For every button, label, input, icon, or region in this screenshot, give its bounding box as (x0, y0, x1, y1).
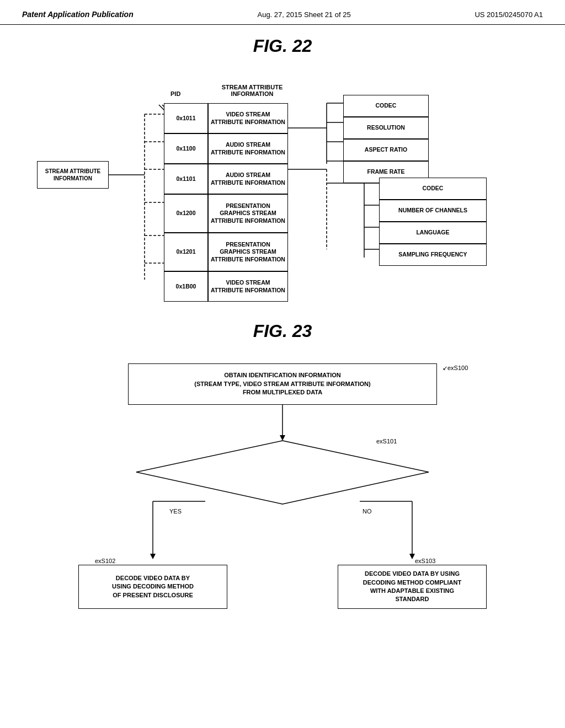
pid-row5: 0x1201 (164, 233, 208, 271)
right-col1-codec: CODEC (343, 95, 429, 117)
pid-row4: 0x1200 (164, 194, 208, 233)
right-col1-resolution: RESOLUTION (343, 117, 429, 139)
page-header: Patent Application Publication Aug. 27, … (0, 0, 565, 25)
right-col2-sampling: SAMPLING FREQUENCY (379, 244, 487, 266)
fig22-title: FIG. 22 (22, 36, 543, 56)
fig23-box-yes: DECODE VIDEO DATA BYUSING DECODING METHO… (78, 565, 227, 609)
info-row6: VIDEO STREAMATTRIBUTE INFORMATION (208, 271, 288, 302)
fig22-diagram: STREAM ATTRIBUTEINFORMATION PID STREAM A… (34, 67, 531, 299)
exs102-label: exS102 (95, 558, 115, 564)
fig23-box-no: DECODE VIDEO DATA BY USINGDECODING METHO… (338, 565, 487, 609)
pid-row3: 0x1101 (164, 164, 208, 194)
fig23-diamond: WHETHER VIDEO DATAHAS BEEN GENERATED BY … (134, 438, 431, 507)
fig23-diagram: OBTAIN IDENTIFICATION INFORMATION(STREAM… (34, 352, 531, 672)
pid-row1: 0x1011 (164, 103, 208, 133)
pid-col-header: PID (170, 90, 180, 97)
yes-label: YES (169, 508, 182, 515)
svg-marker-31 (409, 554, 415, 559)
info-row3: AUDIO STREAMATTRIBUTE INFORMATION (208, 164, 288, 194)
publication-date-sheet: Aug. 27, 2015 Sheet 21 of 25 (257, 10, 350, 19)
pid-row2: 0x1100 (164, 133, 208, 164)
right-col1-aspect-ratio: ASPECT RATIO (343, 139, 429, 161)
fig23-box1-label: ↙exS100 (443, 365, 468, 372)
svg-marker-32 (136, 441, 429, 504)
fig23-title: FIG. 23 (22, 321, 543, 341)
no-label: NO (363, 508, 372, 515)
main-content: FIG. 22 (0, 25, 565, 683)
right-col2-language: LANGUAGE (379, 222, 487, 244)
patent-number: US 2015/0245070 A1 (475, 10, 543, 19)
diamond-shape (134, 438, 431, 507)
info-row1: VIDEO STREAMATTRIBUTE INFORMATION (208, 103, 288, 133)
right-col2-channels: NUMBER OF CHANNELS (379, 200, 487, 222)
info-row2: AUDIO STREAMATTRIBUTE INFORMATION (208, 133, 288, 164)
info-row5: PRESENTATIONGRAPHICS STREAMATTRIBUTE INF… (208, 233, 288, 271)
svg-marker-28 (150, 554, 156, 559)
fig23-box1: OBTAIN IDENTIFICATION INFORMATION(STREAM… (128, 363, 437, 405)
left-stream-attr-box: STREAM ATTRIBUTEINFORMATION (37, 161, 109, 189)
fig23-section: FIG. 23 OBTAIN IDENTIFICATION INFORMA (22, 321, 543, 672)
stream-attr-col-header: STREAM ATTRIBUTEINFORMATION (216, 84, 288, 97)
right-col2-codec: CODEC (379, 178, 487, 200)
exs103-label: exS103 (415, 558, 435, 564)
publication-label: Patent Application Publication (22, 10, 134, 19)
info-row4: PRESENTATIONGRAPHICS STREAMATTRIBUTE INF… (208, 194, 288, 233)
pid-row6: 0x1B00 (164, 271, 208, 302)
